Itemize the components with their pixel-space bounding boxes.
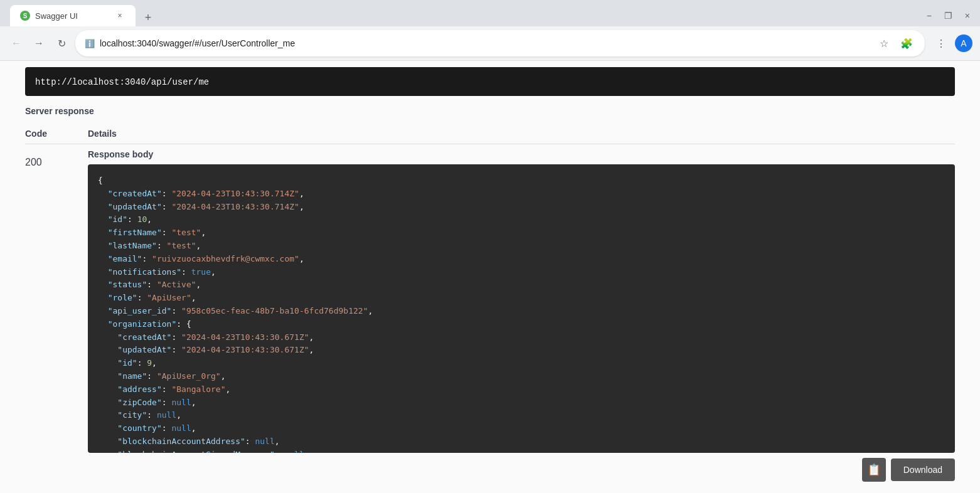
tab-close-button[interactable]: × [114,10,125,21]
response-code-200: 200 [25,149,88,168]
reload-button[interactable]: ↻ [53,34,70,52]
extensions-icon[interactable]: 🧩 [898,34,915,52]
tab-favicon: S [20,11,30,21]
code-column-header: Code [25,129,88,139]
page-content: http://localhost:3040/api/user/me Server… [0,61,980,493]
address-bar-actions: ☆ 🧩 [875,34,915,52]
download-button[interactable]: Download [891,459,955,481]
forward-button[interactable]: → [30,34,48,52]
active-tab[interactable]: S Swagger UI × [10,5,136,26]
new-tab-button[interactable]: + [139,9,157,26]
bottom-actions: 📋 Download [88,453,955,487]
response-json: { "createdAt": "2024-04-23T10:43:30.714Z… [98,174,945,453]
url-text: localhost:3040/swagger/#/user/UserContro… [100,38,870,48]
address-bar-row: ← → ↻ ℹ️ localhost:3040/swagger/#/user/U… [0,26,980,61]
tab-bar: S Swagger UI × + [10,5,919,26]
response-body-label: Response body [88,149,955,159]
lock-icon: ℹ️ [85,39,95,48]
server-response-label: Server response [25,106,955,116]
tab-label: Swagger UI [35,11,109,21]
browser-chrome: S Swagger UI × + − ❐ × [0,0,980,26]
maximize-button[interactable]: ❐ [942,8,955,23]
address-bar[interactable]: ℹ️ localhost:3040/swagger/#/user/UserCon… [75,30,925,56]
minimize-button[interactable]: − [924,8,934,23]
response-row-200: 200 Response body { "createdAt": "2024-0… [25,149,955,487]
details-column-header: Details [88,129,117,139]
copy-button[interactable]: 📋 [862,458,886,482]
bookmark-icon[interactable]: ☆ [875,34,893,52]
close-window-button[interactable]: × [962,8,972,23]
browser-top-bar: S Swagger UI × + − ❐ × [8,5,972,26]
response-table-header: Code Details [25,124,955,144]
browser-menu-icon[interactable]: ⋮ [932,34,950,52]
response-details: Response body { "createdAt": "2024-04-23… [88,149,955,487]
response-body-code-block[interactable]: { "createdAt": "2024-04-23T10:43:30.714Z… [88,164,955,453]
api-url-text: http://localhost:3040/api/user/me [35,77,209,87]
back-button[interactable]: ← [8,34,25,52]
window-controls: − ❐ × [924,8,972,23]
api-url-bar: http://localhost:3040/api/user/me [25,67,955,96]
swagger-content: http://localhost:3040/api/user/me Server… [0,61,980,493]
profile-avatar[interactable]: A [955,34,972,52]
